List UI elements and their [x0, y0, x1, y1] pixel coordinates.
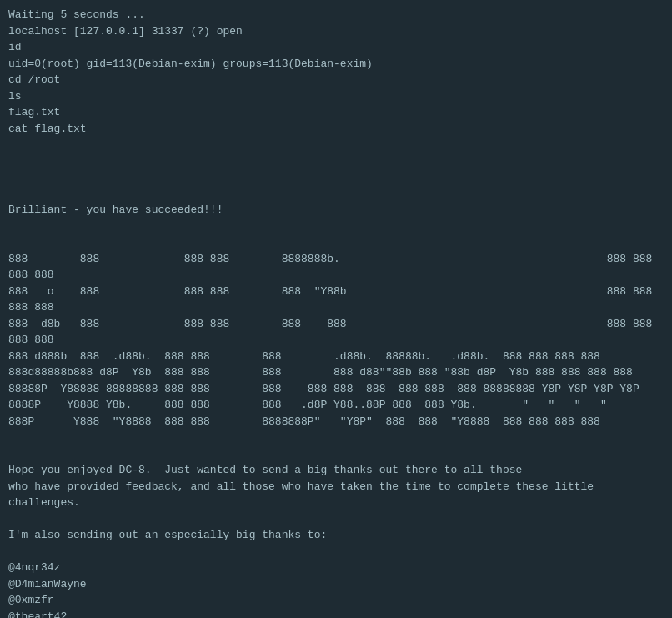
line-id-cmd: id: [8, 41, 22, 53]
line-feedback: who have provided feedback, and all thos…: [8, 480, 594, 493]
line-user4: @theart42: [8, 610, 67, 619]
line-cd: cd /root: [8, 73, 60, 86]
line-flagtxt: flag.txt: [8, 106, 60, 118]
line-also: I'm also sending out an especially big t…: [8, 529, 327, 541]
terminal-message: Hope you enjoyed DC-8. Just wanted to se…: [8, 462, 664, 618]
line-brilliant: Brilliant - you have succeeded!!!: [8, 203, 223, 216]
line-user2: @D4mianWayne: [8, 578, 87, 590]
line-cat: cat flag.txt: [8, 123, 87, 135]
line-user3: @0xmzfr: [8, 594, 54, 606]
terminal-success: Brilliant - you have succeeded!!! 888 88…: [8, 202, 664, 462]
line-art-2: 888 o 888 888 888 888 "Y88b 888 888 888 …: [8, 285, 659, 314]
terminal-window: Waiting 5 seconds ... localhost [127.0.0…: [8, 7, 664, 618]
line-art-6: 88888P Y88888 88888888 888 888 888 888 8…: [8, 383, 639, 395]
line-art-7: 8888P Y8888 Y8b. 888 888 888 .d8P Y88..8…: [8, 399, 607, 411]
line-hope: Hope you enjoyed DC-8. Just wanted to se…: [8, 464, 522, 476]
line-challenges: challenges.: [8, 496, 80, 509]
terminal-output: Waiting 5 seconds ... localhost [127.0.0…: [8, 7, 664, 202]
line-user1: @4nqr34z: [8, 561, 60, 574]
line-localhost: localhost [127.0.0.1] 31337 (?) open: [8, 25, 243, 38]
line-ls: ls: [8, 90, 22, 103]
line-art-4: 888 d888b 888 .d88b. 888 888 888 .d88b. …: [8, 350, 600, 363]
line-art-5: 888d88888b888 d8P Y8b 888 888 888 888 d8…: [8, 366, 633, 379]
line-art-1: 888 888 888 888 8888888b. 888 888 888 88…: [8, 253, 659, 282]
line-art-8: 888P Y888 "Y8888 888 888 8888888P" "Y8P"…: [8, 415, 600, 428]
line-uid: uid=0(root) gid=113(Debian-exim) groups=…: [8, 58, 373, 70]
line-art-3: 888 d8b 888 888 888 888 888 888 888 888 …: [8, 318, 659, 347]
line-waiting: Waiting 5 seconds ...: [8, 8, 145, 21]
